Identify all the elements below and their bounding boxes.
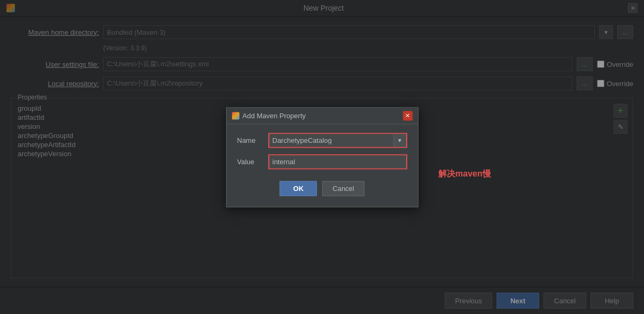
modal-value-label: Value [237,158,264,166]
modal-name-label: Name [237,136,264,144]
modal-name-input-wrapper: ▼ [268,133,407,148]
modal-close-button[interactable]: ✕ [403,111,413,120]
modal-ok-button[interactable]: OK [280,181,317,196]
modal-value-input-wrapper [268,154,407,169]
modal-title-left: Add Maven Property [232,112,306,120]
modal-name-dropdown-button[interactable]: ▼ [393,134,406,147]
modal-content: Name ▼ Value OK Cancel [227,124,418,206]
modal-name-row: Name ▼ [237,133,407,148]
modal-title: Add Maven Property [243,112,306,120]
main-window: New Project ✕ Maven home directory: Bund… [0,0,644,314]
modal-buttons: OK Cancel [237,175,407,198]
modal-logo-icon [232,112,239,119]
modal-title-bar: Add Maven Property ✕ [227,108,418,124]
annotation-text: 解决maven慢 [438,169,491,180]
add-maven-property-dialog: Add Maven Property ✕ Name ▼ Value [226,107,418,207]
modal-cancel-button[interactable]: Cancel [322,181,364,196]
modal-name-input[interactable] [269,134,393,147]
modal-value-row: Value [237,154,407,169]
modal-value-input[interactable] [269,155,406,168]
